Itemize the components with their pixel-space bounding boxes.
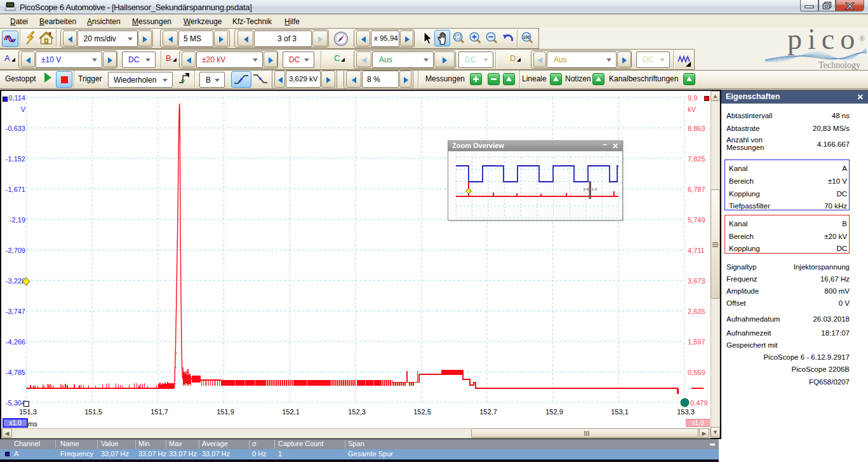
svg-text:100: 100 — [523, 35, 530, 39]
